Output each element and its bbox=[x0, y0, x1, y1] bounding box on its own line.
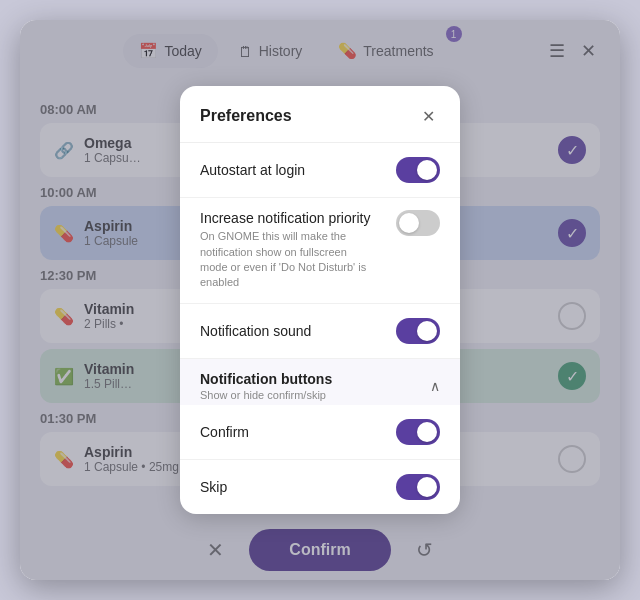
modal-body: Autostart at login Increase notification… bbox=[180, 143, 460, 514]
pref-row-autostart: Autostart at login bbox=[180, 143, 460, 198]
section-header-notif-buttons[interactable]: Notification buttons Show or hide confir… bbox=[180, 359, 460, 405]
section-subtitle: Show or hide confirm/skip bbox=[200, 389, 332, 401]
modal-overlay: Preferences ✕ Autostart at login In bbox=[20, 20, 620, 580]
pref-label-autostart: Autostart at login bbox=[200, 162, 305, 178]
pref-row-confirm: Confirm bbox=[180, 405, 460, 460]
pref-row-notification-sound: Notification sound bbox=[180, 304, 460, 359]
toggle-track-notif-sound[interactable] bbox=[396, 318, 440, 344]
pref-label-confirm: Confirm bbox=[200, 424, 249, 440]
pref-label-notif-sound: Notification sound bbox=[200, 323, 311, 339]
pref-row-skip: Skip bbox=[180, 460, 460, 514]
toggle-notif-sound[interactable] bbox=[396, 318, 440, 344]
toggle-notif-priority[interactable] bbox=[396, 210, 440, 236]
pref-label-skip: Skip bbox=[200, 479, 227, 495]
toggle-track-confirm[interactable] bbox=[396, 419, 440, 445]
section-title: Notification buttons bbox=[200, 371, 332, 387]
toggle-thumb-skip bbox=[417, 477, 437, 497]
toggle-track-notif-priority[interactable] bbox=[396, 210, 440, 236]
modal-title: Preferences bbox=[200, 107, 292, 125]
toggle-skip[interactable] bbox=[396, 474, 440, 500]
section-header-text: Notification buttons Show or hide confir… bbox=[200, 371, 332, 401]
chevron-up-icon: ∧ bbox=[430, 378, 440, 394]
app-window: 📅 Today 🗒 History 💊 Treatments 1 ☰ ✕ bbox=[20, 20, 620, 580]
toggle-thumb-notif-sound bbox=[417, 321, 437, 341]
pref-label-notif-priority: Increase notification priority bbox=[200, 210, 370, 226]
pref-label-group: Increase notification priority On GNOME … bbox=[200, 210, 370, 291]
toggle-track-autostart[interactable] bbox=[396, 157, 440, 183]
toggle-confirm[interactable] bbox=[396, 419, 440, 445]
preferences-modal: Preferences ✕ Autostart at login In bbox=[180, 86, 460, 514]
pref-sub-notif-priority: On GNOME this will make the notification… bbox=[200, 229, 370, 291]
toggle-autostart[interactable] bbox=[396, 157, 440, 183]
toggle-track-skip[interactable] bbox=[396, 474, 440, 500]
toggle-thumb-notif-priority bbox=[399, 213, 419, 233]
pref-row-notification-priority: Increase notification priority On GNOME … bbox=[180, 198, 460, 304]
modal-close-button[interactable]: ✕ bbox=[416, 104, 440, 128]
modal-header: Preferences ✕ bbox=[180, 86, 460, 143]
toggle-thumb-autostart bbox=[417, 160, 437, 180]
toggle-thumb-confirm bbox=[417, 422, 437, 442]
